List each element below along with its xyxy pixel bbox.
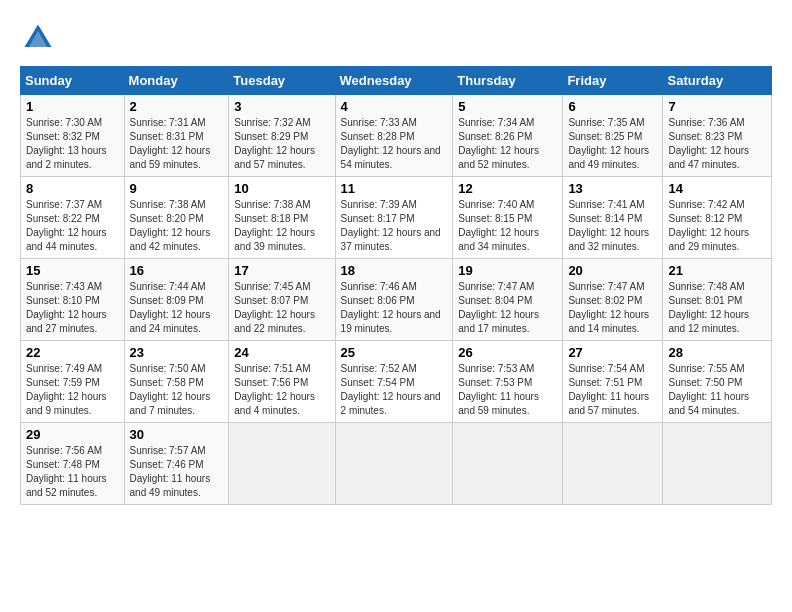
day-cell: 27 Sunrise: 7:54 AM Sunset: 7:51 PM Dayl… bbox=[563, 341, 663, 423]
day-info: Sunrise: 7:53 AM Sunset: 7:53 PM Dayligh… bbox=[458, 362, 557, 418]
sunset-text: Sunset: 8:32 PM bbox=[26, 130, 119, 144]
sunset-text: Sunset: 7:58 PM bbox=[130, 376, 224, 390]
sunset-text: Sunset: 7:56 PM bbox=[234, 376, 329, 390]
logo-icon bbox=[20, 20, 56, 56]
col-header-thursday: Thursday bbox=[453, 67, 563, 95]
sunset-text: Sunset: 8:28 PM bbox=[341, 130, 448, 144]
daylight-text: Daylight: 12 hours and 42 minutes. bbox=[130, 226, 224, 254]
sunrise-text: Sunrise: 7:43 AM bbox=[26, 280, 119, 294]
day-number: 2 bbox=[130, 99, 224, 114]
day-cell: 12 Sunrise: 7:40 AM Sunset: 8:15 PM Dayl… bbox=[453, 177, 563, 259]
day-cell: 6 Sunrise: 7:35 AM Sunset: 8:25 PM Dayli… bbox=[563, 95, 663, 177]
sunrise-text: Sunrise: 7:45 AM bbox=[234, 280, 329, 294]
daylight-text: Daylight: 12 hours and 34 minutes. bbox=[458, 226, 557, 254]
sunrise-text: Sunrise: 7:57 AM bbox=[130, 444, 224, 458]
day-number: 8 bbox=[26, 181, 119, 196]
day-number: 30 bbox=[130, 427, 224, 442]
col-header-saturday: Saturday bbox=[663, 67, 772, 95]
day-number: 14 bbox=[668, 181, 766, 196]
sunrise-text: Sunrise: 7:49 AM bbox=[26, 362, 119, 376]
day-number: 1 bbox=[26, 99, 119, 114]
sunrise-text: Sunrise: 7:33 AM bbox=[341, 116, 448, 130]
day-info: Sunrise: 7:33 AM Sunset: 8:28 PM Dayligh… bbox=[341, 116, 448, 172]
day-info: Sunrise: 7:49 AM Sunset: 7:59 PM Dayligh… bbox=[26, 362, 119, 418]
day-cell: 19 Sunrise: 7:47 AM Sunset: 8:04 PM Dayl… bbox=[453, 259, 563, 341]
sunrise-text: Sunrise: 7:46 AM bbox=[341, 280, 448, 294]
day-cell: 17 Sunrise: 7:45 AM Sunset: 8:07 PM Dayl… bbox=[229, 259, 335, 341]
day-info: Sunrise: 7:35 AM Sunset: 8:25 PM Dayligh… bbox=[568, 116, 657, 172]
day-info: Sunrise: 7:46 AM Sunset: 8:06 PM Dayligh… bbox=[341, 280, 448, 336]
week-row-2: 1 Sunrise: 7:30 AM Sunset: 8:32 PM Dayli… bbox=[21, 95, 772, 177]
day-number: 20 bbox=[568, 263, 657, 278]
sunset-text: Sunset: 8:12 PM bbox=[668, 212, 766, 226]
day-cell: 30 Sunrise: 7:57 AM Sunset: 7:46 PM Dayl… bbox=[124, 423, 229, 505]
sunrise-text: Sunrise: 7:47 AM bbox=[458, 280, 557, 294]
sunset-text: Sunset: 8:02 PM bbox=[568, 294, 657, 308]
sunset-text: Sunset: 7:46 PM bbox=[130, 458, 224, 472]
sunrise-text: Sunrise: 7:48 AM bbox=[668, 280, 766, 294]
day-number: 13 bbox=[568, 181, 657, 196]
sunrise-text: Sunrise: 7:51 AM bbox=[234, 362, 329, 376]
day-info: Sunrise: 7:48 AM Sunset: 8:01 PM Dayligh… bbox=[668, 280, 766, 336]
day-cell: 28 Sunrise: 7:55 AM Sunset: 7:50 PM Dayl… bbox=[663, 341, 772, 423]
day-number: 22 bbox=[26, 345, 119, 360]
day-cell: 3 Sunrise: 7:32 AM Sunset: 8:29 PM Dayli… bbox=[229, 95, 335, 177]
day-number: 15 bbox=[26, 263, 119, 278]
col-header-wednesday: Wednesday bbox=[335, 67, 453, 95]
sunrise-text: Sunrise: 7:50 AM bbox=[130, 362, 224, 376]
day-cell bbox=[229, 423, 335, 505]
sunset-text: Sunset: 7:50 PM bbox=[668, 376, 766, 390]
sunrise-text: Sunrise: 7:38 AM bbox=[234, 198, 329, 212]
day-cell: 2 Sunrise: 7:31 AM Sunset: 8:31 PM Dayli… bbox=[124, 95, 229, 177]
day-info: Sunrise: 7:50 AM Sunset: 7:58 PM Dayligh… bbox=[130, 362, 224, 418]
day-info: Sunrise: 7:39 AM Sunset: 8:17 PM Dayligh… bbox=[341, 198, 448, 254]
sunset-text: Sunset: 8:15 PM bbox=[458, 212, 557, 226]
sunset-text: Sunset: 8:26 PM bbox=[458, 130, 557, 144]
day-cell: 25 Sunrise: 7:52 AM Sunset: 7:54 PM Dayl… bbox=[335, 341, 453, 423]
day-cell: 22 Sunrise: 7:49 AM Sunset: 7:59 PM Dayl… bbox=[21, 341, 125, 423]
day-cell: 15 Sunrise: 7:43 AM Sunset: 8:10 PM Dayl… bbox=[21, 259, 125, 341]
sunrise-text: Sunrise: 7:35 AM bbox=[568, 116, 657, 130]
sunset-text: Sunset: 8:17 PM bbox=[341, 212, 448, 226]
sunrise-text: Sunrise: 7:44 AM bbox=[130, 280, 224, 294]
daylight-text: Daylight: 12 hours and 39 minutes. bbox=[234, 226, 329, 254]
day-info: Sunrise: 7:31 AM Sunset: 8:31 PM Dayligh… bbox=[130, 116, 224, 172]
calendar-table: SundayMondayTuesdayWednesdayThursdayFrid… bbox=[20, 66, 772, 505]
daylight-text: Daylight: 12 hours and 4 minutes. bbox=[234, 390, 329, 418]
day-info: Sunrise: 7:57 AM Sunset: 7:46 PM Dayligh… bbox=[130, 444, 224, 500]
day-info: Sunrise: 7:52 AM Sunset: 7:54 PM Dayligh… bbox=[341, 362, 448, 418]
day-cell: 10 Sunrise: 7:38 AM Sunset: 8:18 PM Dayl… bbox=[229, 177, 335, 259]
sunrise-text: Sunrise: 7:56 AM bbox=[26, 444, 119, 458]
daylight-text: Daylight: 12 hours and 54 minutes. bbox=[341, 144, 448, 172]
daylight-text: Daylight: 12 hours and 19 minutes. bbox=[341, 308, 448, 336]
day-cell bbox=[335, 423, 453, 505]
day-number: 19 bbox=[458, 263, 557, 278]
day-cell: 4 Sunrise: 7:33 AM Sunset: 8:28 PM Dayli… bbox=[335, 95, 453, 177]
sunrise-text: Sunrise: 7:53 AM bbox=[458, 362, 557, 376]
daylight-text: Daylight: 12 hours and 44 minutes. bbox=[26, 226, 119, 254]
day-info: Sunrise: 7:40 AM Sunset: 8:15 PM Dayligh… bbox=[458, 198, 557, 254]
daylight-text: Daylight: 12 hours and 57 minutes. bbox=[234, 144, 329, 172]
sunrise-text: Sunrise: 7:30 AM bbox=[26, 116, 119, 130]
daylight-text: Daylight: 11 hours and 57 minutes. bbox=[568, 390, 657, 418]
day-number: 17 bbox=[234, 263, 329, 278]
day-info: Sunrise: 7:51 AM Sunset: 7:56 PM Dayligh… bbox=[234, 362, 329, 418]
day-info: Sunrise: 7:30 AM Sunset: 8:32 PM Dayligh… bbox=[26, 116, 119, 172]
daylight-text: Daylight: 13 hours and 2 minutes. bbox=[26, 144, 119, 172]
sunrise-text: Sunrise: 7:42 AM bbox=[668, 198, 766, 212]
daylight-text: Daylight: 11 hours and 49 minutes. bbox=[130, 472, 224, 500]
sunrise-text: Sunrise: 7:40 AM bbox=[458, 198, 557, 212]
sunset-text: Sunset: 7:48 PM bbox=[26, 458, 119, 472]
week-row-5: 22 Sunrise: 7:49 AM Sunset: 7:59 PM Dayl… bbox=[21, 341, 772, 423]
calendar-header-row: SundayMondayTuesdayWednesdayThursdayFrid… bbox=[21, 67, 772, 95]
sunset-text: Sunset: 8:25 PM bbox=[568, 130, 657, 144]
col-header-tuesday: Tuesday bbox=[229, 67, 335, 95]
day-info: Sunrise: 7:38 AM Sunset: 8:18 PM Dayligh… bbox=[234, 198, 329, 254]
sunrise-text: Sunrise: 7:39 AM bbox=[341, 198, 448, 212]
day-cell: 24 Sunrise: 7:51 AM Sunset: 7:56 PM Dayl… bbox=[229, 341, 335, 423]
day-cell: 1 Sunrise: 7:30 AM Sunset: 8:32 PM Dayli… bbox=[21, 95, 125, 177]
day-cell: 29 Sunrise: 7:56 AM Sunset: 7:48 PM Dayl… bbox=[21, 423, 125, 505]
day-cell: 11 Sunrise: 7:39 AM Sunset: 8:17 PM Dayl… bbox=[335, 177, 453, 259]
sunrise-text: Sunrise: 7:31 AM bbox=[130, 116, 224, 130]
day-info: Sunrise: 7:41 AM Sunset: 8:14 PM Dayligh… bbox=[568, 198, 657, 254]
